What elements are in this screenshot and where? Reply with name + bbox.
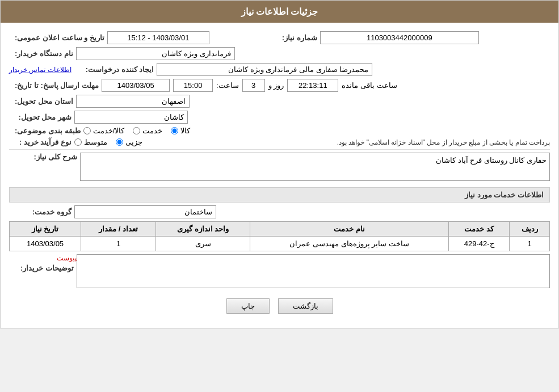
category-khedmat-radio[interactable] xyxy=(133,127,140,134)
buyer-notes-label: توضیحات خریدار: xyxy=(20,264,74,272)
buyer-org-label: نام دستگاه خریدار: xyxy=(15,49,73,58)
creator-row: محمدرضا صفاری مالی فرمانداری ویژه کاشان … xyxy=(9,63,550,76)
category-khedmat-label: خدمت xyxy=(142,127,162,135)
purchase-type-label: نوع فرآیند خرید : xyxy=(15,138,72,146)
time-label: ساعت: xyxy=(216,81,239,90)
category-khedmat-item[interactable]: خدمت xyxy=(133,127,162,135)
category-kala-khedmat-label: کالا/خدمت xyxy=(93,127,125,135)
attachment-title: پیوست xyxy=(15,254,77,262)
service-group-row: ساختمان گروه خدمت: xyxy=(9,205,550,218)
contact-link[interactable]: اطلاعات تماس خریدار xyxy=(9,66,72,74)
cell-unit: سری xyxy=(156,237,250,251)
page-header: جزئیات اطلاعات نیاز xyxy=(1,1,558,23)
service-group-label: گروه خدمت: xyxy=(15,208,72,216)
announcement-field: 1403/03/01 - 15:12 xyxy=(107,31,209,44)
buttons-row: بازگشت چاپ xyxy=(9,298,550,314)
services-section-title: اطلاعات خدمات مورد نیاز xyxy=(9,187,550,203)
category-kala-item[interactable]: کالا xyxy=(171,127,190,135)
cell-qty: 1 xyxy=(81,237,156,251)
province-row: اصفهان استان محل تحویل: xyxy=(9,95,550,108)
creator-field: محمدرضا صفاری مالی فرمانداری ویژه کاشان xyxy=(157,63,372,76)
purchase-type-row: پرداخت تمام یا بخشی از مبلغ خریدار از مح… xyxy=(9,138,550,146)
category-kala-radio[interactable] xyxy=(171,127,178,134)
attachment-and-label: پیوست توضیحات خریدار: xyxy=(15,254,77,272)
col-code: کد خدمت xyxy=(448,222,509,237)
col-date: تاریخ نیاز xyxy=(10,222,81,237)
need-desc-row: document.querySelector('[data-name="need… xyxy=(9,153,550,183)
need-number-row: 1103003442000009 شماره نیاز: 1403/03/01 … xyxy=(9,31,550,44)
city-row: کاشان شهر محل تحویل: xyxy=(9,111,550,124)
buyer-notes-field[interactable] xyxy=(77,254,550,288)
province-field: اصفهان xyxy=(76,95,190,108)
cell-code: ج-42-429 xyxy=(448,237,509,251)
cell-date: 1403/03/05 xyxy=(10,237,81,251)
category-kala-label: کالا xyxy=(180,127,190,135)
purchase-note: پرداخت تمام یا بخشی از مبلغ خریدار از مح… xyxy=(151,138,550,146)
city-label: شهر محل تحویل: xyxy=(15,113,72,121)
city-field: کاشان xyxy=(74,111,188,124)
cell-row: 1 xyxy=(510,237,550,251)
province-label: استان محل تحویل: xyxy=(15,97,73,106)
purchase-motavasset-item[interactable]: متوسط xyxy=(74,138,107,146)
remaining-label: ساعت باقی مانده xyxy=(342,81,397,90)
days-label: روز و xyxy=(268,81,284,90)
category-kala-khedmat-radio[interactable] xyxy=(83,127,91,134)
back-button[interactable]: بازگشت xyxy=(278,298,333,314)
time-field: 15:00 xyxy=(173,79,213,92)
need-desc-field[interactable] xyxy=(80,153,550,181)
page-title: جزئیات اطلاعات نیاز xyxy=(241,7,318,16)
days-field: 3 xyxy=(242,79,265,92)
attachment-section: پیوست توضیحات خریدار: xyxy=(9,254,550,290)
buyer-org-row: فرمانداری ویژه کاشان نام دستگاه خریدار: xyxy=(9,47,550,60)
purchase-jozee-label: جزیی xyxy=(125,138,142,146)
purchase-motavasset-label: متوسط xyxy=(84,138,107,146)
creator-label: ایجاد کننده درخواست: xyxy=(86,65,154,74)
deadline-row: ساعت باقی مانده 22:13:11 روز و 3 ساعت: 1… xyxy=(9,79,550,92)
cell-name: ساخت سایر پروژه‌های مهندسی عمران xyxy=(250,237,449,251)
announcement-label: تاریخ و ساعت اعلان عمومی: xyxy=(15,33,104,42)
remaining-field: 22:13:11 xyxy=(287,79,338,92)
col-row: ردیف xyxy=(510,222,550,237)
deadline-label: مهلت ارسال پاسخ: تا تاریخ: xyxy=(15,81,99,90)
category-kala-khedmat-item[interactable]: کالا/خدمت xyxy=(83,127,125,135)
col-unit: واحد اندازه گیری xyxy=(156,222,250,237)
service-group-field: ساختمان xyxy=(74,205,216,218)
col-name: نام خدمت xyxy=(250,222,449,237)
main-content: 1103003442000009 شماره نیاز: 1403/03/01 … xyxy=(1,23,558,328)
table-row: 1ج-42-429ساخت سایر پروژه‌های مهندسی عمرا… xyxy=(10,237,550,251)
category-row: کالا/خدمت خدمت کالا طبقه بندی موضوعی: xyxy=(9,127,550,135)
need-desc-label: شرح کلی نیاز: xyxy=(15,153,77,161)
category-radio-group: کالا/خدمت خدمت کالا xyxy=(83,127,191,135)
need-number-field: 1103003442000009 xyxy=(320,31,479,44)
deadline-fields: ساعت باقی مانده 22:13:11 روز و 3 ساعت: 1… xyxy=(102,79,397,92)
deadline-date-field: 1403/03/05 xyxy=(102,79,170,92)
purchase-motavasset-radio[interactable] xyxy=(74,138,82,146)
need-desc-wrapper: document.querySelector('[data-name="need… xyxy=(80,153,550,183)
col-qty: تعداد / مقدار xyxy=(81,222,156,237)
services-table: ردیف کد خدمت نام خدمت واحد اندازه گیری ت… xyxy=(9,221,550,251)
buyer-notes-wrapper xyxy=(77,254,550,290)
need-number-label: شماره نیاز: xyxy=(260,33,317,42)
page-container: جزئیات اطلاعات نیاز 1103003442000009 شما… xyxy=(0,0,559,328)
purchase-radio-group: متوسط جزیی xyxy=(74,138,142,146)
purchase-jozee-radio[interactable] xyxy=(116,138,123,146)
category-label: طبقه بندی موضوعی: xyxy=(15,127,81,135)
buyer-org-field: فرمانداری ویژه کاشان xyxy=(76,47,235,60)
purchase-jozee-item[interactable]: جزیی xyxy=(116,138,142,146)
print-button[interactable]: چاپ xyxy=(226,298,270,314)
